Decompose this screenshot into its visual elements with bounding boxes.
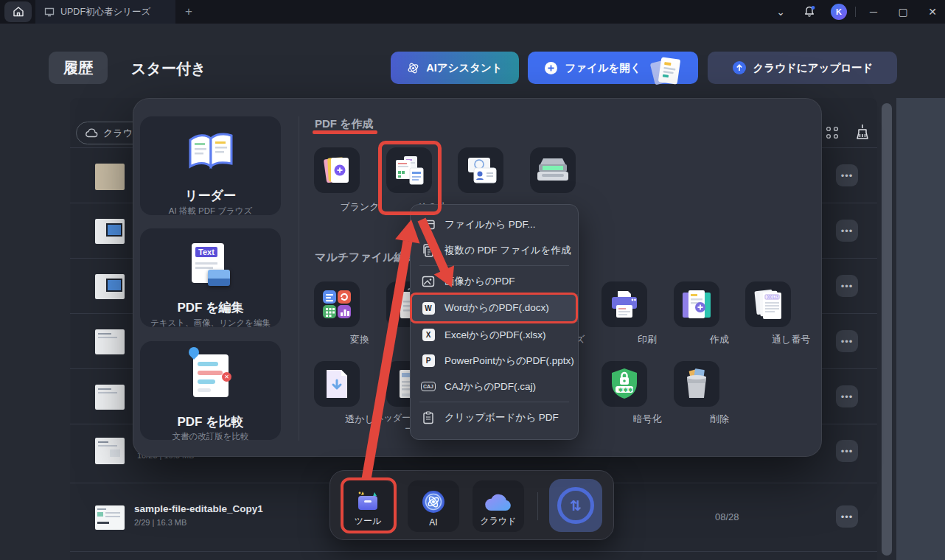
home-button[interactable] <box>4 1 32 22</box>
document-tab-label: UPDF初心者シリーズ <box>60 6 150 18</box>
ai-icon <box>421 489 446 514</box>
file-meta: 2/29 | 16.3 MB <box>134 518 186 527</box>
tile-delete[interactable] <box>674 361 719 407</box>
file-date: 08/28 <box>715 511 739 522</box>
tab-starred[interactable]: スター付き <box>131 59 206 79</box>
tile-print[interactable] <box>601 281 647 327</box>
file-thumbnail[interactable] <box>95 274 125 299</box>
dock-item-label: クラウド <box>480 515 516 528</box>
tile-id-card[interactable] <box>458 147 503 193</box>
edit-pdf-card[interactable]: Text PDF を編集 テキスト、画像、リンクを編集 <box>140 228 281 327</box>
row-more-button[interactable]: ••• <box>836 505 858 528</box>
title-bar: UPDF初心者シリーズ + ⌄ K ─ ▢ ✕ <box>0 0 945 24</box>
compare-pdf-icon: ✕ <box>193 354 229 397</box>
file-thumbnail[interactable] <box>95 438 125 464</box>
tile-scanner[interactable] <box>530 147 576 193</box>
maximize-button[interactable]: ▢ <box>892 0 914 24</box>
compare-pdf-card[interactable]: ✕ PDF を比較 文書の改訂版を比較 <box>140 341 281 440</box>
dock-sync-button[interactable]: ⇅ <box>549 479 602 532</box>
tile-create[interactable] <box>674 281 719 327</box>
caj-icon: CAJ <box>421 382 436 391</box>
user-avatar[interactable]: K <box>831 4 847 20</box>
menu-item-multiple-pdf[interactable]: 複数の PDF ファイルを作成 <box>411 237 578 263</box>
card-subtitle: AI 搭載 PDF ブラウズ <box>140 206 281 217</box>
file-thumbnail[interactable] <box>95 164 125 190</box>
svg-text:000123: 000123 <box>767 295 778 299</box>
watermark-icon <box>322 367 352 401</box>
row-more-button[interactable]: ••• <box>836 440 858 462</box>
encrypt-shield-icon: ✱✱✱ <box>607 366 641 402</box>
dock-item-label: ツール <box>355 515 382 528</box>
grid-view-icon[interactable] <box>826 126 839 142</box>
file-thumbnail[interactable] <box>95 219 125 244</box>
app-window: UPDF初心者シリーズ + ⌄ K ─ ▢ ✕ 履歴 スター付き AIアシスタン… <box>0 0 945 560</box>
create-icon <box>680 288 714 321</box>
upload-arrow-icon <box>732 60 747 75</box>
plus-circle-icon <box>544 61 558 75</box>
modal-divider <box>299 116 299 441</box>
section-title-create: PDF を作成 <box>315 117 374 131</box>
upload-cloud-button[interactable]: クラウドにアップロード <box>708 52 897 84</box>
file-name: sample-file-editable_Copy1 <box>134 503 263 514</box>
dock-item-tools[interactable]: ツール <box>342 480 394 532</box>
document-tab-icon <box>44 7 55 17</box>
tile-encrypt[interactable]: ✱✱✱ <box>601 361 647 407</box>
blank-pdf-icon <box>321 154 353 186</box>
menu-divider <box>419 265 569 266</box>
cloud-dock-icon <box>484 491 512 512</box>
tile-blank-pdf[interactable] <box>314 147 360 193</box>
card-title: リーダー <box>140 187 281 204</box>
ai-assistant-button[interactable]: AIアシスタント <box>391 52 519 84</box>
dock-item-ai[interactable]: AI <box>408 480 459 532</box>
reader-card[interactable]: リーダー AI 搭載 PDF ブラウズ <box>140 116 281 215</box>
tile-label: 通し番号 <box>747 333 835 346</box>
minimize-button[interactable]: ─ <box>862 0 885 24</box>
other-create-icon <box>392 153 426 187</box>
menu-item-from-caj[interactable]: CAJ CAJからのPDF(.caj) <box>411 374 578 399</box>
menu-item-from-powerpoint[interactable]: P PowerPointからのPDF(.pptx) <box>411 348 578 374</box>
scanner-icon <box>536 155 570 185</box>
bates-number-icon: 000123 <box>751 287 785 321</box>
notification-bell-icon[interactable] <box>803 5 816 21</box>
menu-item-from-excel[interactable]: X ExcelからのPDF(.xlsx) <box>411 322 578 348</box>
menu-item-from-image[interactable]: 画像からのPDF <box>411 268 578 294</box>
file-thumbnail[interactable] <box>95 329 125 354</box>
file-thumbnail <box>95 505 125 530</box>
section-title-multi: マルチファイル編集 <box>315 251 416 265</box>
row-more-button[interactable]: ••• <box>836 385 858 407</box>
menu-divider <box>419 402 569 402</box>
tile-other-create[interactable] <box>386 147 432 193</box>
trash-icon <box>681 367 712 401</box>
card-title: PDF を編集 <box>140 299 281 316</box>
open-file-button[interactable]: ファイルを開く <box>528 52 698 84</box>
file-thumbnail[interactable] <box>95 385 125 410</box>
row-more-button[interactable]: ••• <box>836 275 858 297</box>
menu-item-from-file[interactable]: ファイルから PDF... <box>411 211 578 237</box>
scrollbar[interactable] <box>882 103 892 556</box>
sync-progress-icon: ⇅ <box>557 487 594 524</box>
tile-bates-number[interactable]: 000123 <box>745 281 791 327</box>
powerpoint-icon: P <box>421 354 436 367</box>
row-more-button[interactable]: ••• <box>836 330 858 352</box>
close-button[interactable]: ✕ <box>921 0 944 24</box>
row-divider <box>70 551 877 552</box>
cloud-icon <box>85 128 98 138</box>
new-tab-button[interactable]: + <box>181 4 196 19</box>
menu-item-from-clipboard[interactable]: クリップボードから PDF <box>411 405 578 430</box>
tab-history[interactable]: 履歴 <box>49 52 108 84</box>
tile-label: 削除 <box>675 413 764 426</box>
tile-watermark[interactable] <box>314 361 360 407</box>
row-more-button[interactable]: ••• <box>836 164 858 186</box>
menu-item-from-word[interactable]: W WordからのPDF(.docx) <box>411 294 578 322</box>
tile-convert[interactable] <box>314 281 360 327</box>
row-more-button[interactable]: ••• <box>836 220 858 242</box>
ai-swirl-icon <box>407 62 419 74</box>
clean-broom-icon[interactable] <box>853 122 872 144</box>
card-title: PDF を比較 <box>140 413 281 430</box>
dock-divider <box>537 492 538 520</box>
word-icon: W <box>421 302 436 315</box>
convert-icon <box>321 288 353 321</box>
chevron-down-icon[interactable]: ⌄ <box>770 0 792 24</box>
document-tab[interactable]: UPDF初心者シリーズ <box>35 0 175 24</box>
dock-item-cloud[interactable]: クラウド <box>472 480 524 532</box>
